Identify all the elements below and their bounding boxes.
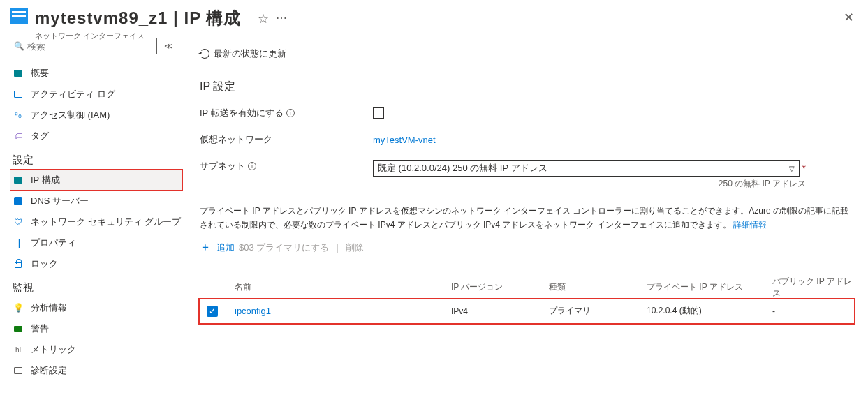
favorite-icon[interactable]: ☆ — [258, 7, 269, 27]
th-kind: 種類 — [549, 281, 647, 293]
nav-diag[interactable]: 診断設定 — [10, 360, 183, 381]
nav-label: ロック — [31, 258, 183, 270]
nav-nsg[interactable]: 🛡 ネットワーク セキュリティ グループ — [10, 211, 183, 232]
iam-icon: ᵅ₀ — [13, 110, 24, 121]
nav-label: DNS サーバー — [31, 195, 183, 207]
row-public: - — [772, 306, 856, 316]
subnet-label: サブネット — [200, 160, 245, 172]
forward-label: IP 転送を有効にする — [200, 107, 284, 119]
more-icon[interactable]: ⋯ — [276, 7, 288, 24]
page-title: mytestvm89_z1 | IP 構成 — [35, 7, 241, 29]
nav-iam[interactable]: ᵅ₀ アクセス制御 (IAM) — [10, 105, 183, 126]
metrics-icon: hi — [13, 344, 24, 355]
diag-icon — [13, 365, 24, 376]
dns-icon — [13, 195, 24, 207]
nav-label: 分析情報 — [31, 302, 183, 314]
th-private: プライベート IP アドレス — [647, 281, 772, 293]
refresh-icon — [200, 49, 209, 59]
nav-activity[interactable]: アクティビティ ログ — [10, 84, 183, 105]
section-title: IP 設定 — [200, 80, 854, 94]
nav-alerts[interactable]: 警告 — [10, 318, 183, 339]
search-input[interactable] — [27, 41, 153, 52]
shield-icon: 🛡 — [13, 216, 24, 228]
row-kind: プライマリ — [549, 305, 647, 317]
vnet-label: 仮想ネットワーク — [200, 133, 373, 146]
th-version: IP バージョン — [451, 281, 549, 293]
row-private: 10.2.0.4 (動的) — [647, 305, 772, 317]
sidebar-search[interactable]: 🔍 — [10, 38, 157, 54]
learn-more-link[interactable]: 詳細情報 — [733, 220, 767, 230]
group-monitor: 監視 — [10, 274, 183, 297]
tag-icon: 🏷 — [13, 131, 24, 142]
th-public: パブリック IP アドレス — [772, 276, 856, 299]
nav-label: プロパティ — [31, 237, 183, 249]
close-icon[interactable]: ✕ — [839, 7, 858, 28]
nav-props[interactable]: ||| プロパティ — [10, 232, 183, 253]
nav-overview[interactable]: 概要 — [10, 63, 183, 84]
bulb-icon: 💡 — [13, 302, 24, 313]
row-name[interactable]: ipconfig1 — [235, 306, 451, 316]
required-mark: * — [802, 163, 806, 174]
nav-label: 診断設定 — [31, 364, 183, 377]
nic-icon — [10, 8, 28, 24]
alert-icon — [13, 323, 24, 334]
lock-icon — [13, 258, 24, 269]
table-row[interactable]: ✓ ipconfig1 IPv4 プライマリ 10.2.0.4 (動的) - — [200, 299, 854, 323]
activity-icon — [13, 89, 24, 100]
collapse-icon[interactable]: ≪ — [164, 41, 173, 51]
info-icon[interactable]: i — [248, 162, 256, 170]
subnet-select[interactable]: 既定 (10.2.0.0/24) 250 の無料 IP アドレス ▽ — [373, 160, 800, 177]
info-icon[interactable]: i — [286, 109, 295, 117]
group-settings: 設定 — [10, 147, 183, 170]
nav-label: ネットワーク セキュリティ グループ — [31, 216, 183, 228]
nav-dns[interactable]: DNS サーバー — [10, 191, 183, 211]
plus-icon: ＋ — [200, 240, 211, 255]
nav-label: アクセス制御 (IAM) — [31, 109, 183, 121]
make-primary-button: $03 プライマリにする — [239, 241, 329, 254]
subnet-help: 250 の無料 IP アドレス — [373, 178, 806, 190]
divider: | — [336, 242, 338, 253]
row-version: IPv4 — [451, 306, 549, 316]
nav-label: アクティビティ ログ — [31, 88, 183, 101]
nav-metrics[interactable]: hi メトリック — [10, 339, 183, 360]
refresh-button[interactable]: 最新の状態に更新 — [214, 47, 286, 60]
ipconfig-icon — [13, 174, 24, 186]
search-icon: 🔍 — [14, 41, 24, 51]
nav-tags[interactable]: 🏷 タグ — [10, 126, 183, 147]
nav-insights[interactable]: 💡 分析情報 — [10, 297, 183, 318]
chevron-down-icon: ▽ — [789, 165, 795, 172]
overview-icon — [13, 68, 24, 79]
nav-label: 概要 — [31, 67, 183, 80]
nav-ipconfig[interactable]: IP 構成 — [10, 170, 183, 191]
subnet-value: 既定 (10.2.0.0/24) 250 の無料 IP アドレス — [378, 162, 547, 174]
props-icon: ||| — [13, 237, 24, 248]
th-name: 名前 — [235, 281, 451, 293]
forward-checkbox[interactable] — [373, 107, 384, 119]
delete-button: 削除 — [346, 241, 364, 254]
nav-label: IP 構成 — [31, 174, 183, 186]
nav-label: メトリック — [31, 343, 183, 356]
nav-lock[interactable]: ロック — [10, 253, 183, 274]
add-button[interactable]: 追加 — [216, 241, 235, 254]
nav-label: タグ — [31, 130, 183, 142]
nav-label: 警告 — [31, 322, 183, 335]
vnet-link[interactable]: myTestVM-vnet — [373, 135, 436, 145]
row-checkbox[interactable]: ✓ — [207, 306, 218, 317]
